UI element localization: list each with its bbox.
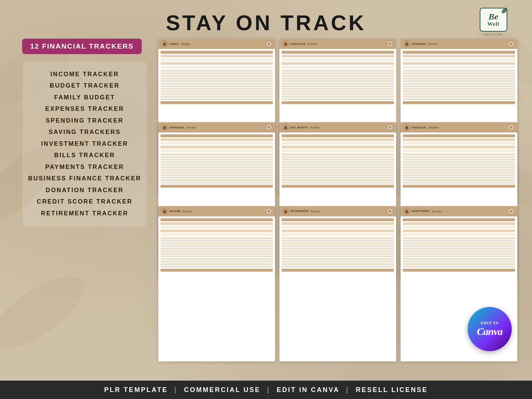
doc-bag-icon — [161, 208, 168, 215]
doc-line — [403, 171, 515, 173]
doc-settings-icon — [387, 40, 393, 47]
doc-line — [282, 72, 394, 74]
tracker-item: INCOME TRACKER — [27, 68, 143, 80]
doc-line — [161, 98, 273, 100]
canva-edit-in-text: EDIT IN — [481, 321, 499, 325]
tracker-item: INVESTMENT TRACKER — [27, 138, 143, 149]
svg-rect-13 — [163, 43, 166, 46]
doc-line — [282, 80, 394, 82]
doc-row-1 — [403, 138, 515, 141]
doc-line — [282, 70, 394, 71]
doc-row-1 — [403, 55, 515, 57]
logo-circle: Be Well — [480, 8, 507, 32]
doc-header: SPENDING Tracker — [158, 122, 275, 133]
doc-line — [403, 72, 515, 74]
doc-accent-row — [282, 218, 394, 221]
doc-row-3 — [282, 230, 394, 232]
doc-line — [282, 156, 394, 158]
doc-accent-row — [161, 51, 273, 54]
doc-line — [161, 163, 273, 165]
doc-line — [403, 237, 515, 239]
doc-line — [161, 169, 273, 170]
doc-line-section — [403, 70, 515, 100]
doc-row-4 — [161, 66, 273, 68]
svg-point-21 — [511, 43, 511, 44]
doc-settings-icon — [508, 40, 514, 47]
doc-line — [282, 95, 394, 97]
doc-settings-icon — [265, 124, 272, 131]
doc-settings-icon — [387, 124, 393, 131]
doc-accent-row — [403, 134, 515, 137]
doc-row-2 — [161, 142, 273, 145]
doc-line — [403, 258, 515, 259]
doc-settings-icon — [265, 208, 272, 215]
doc-cursive: Tracker — [429, 126, 439, 129]
doc-header: RETIREMENT Tracker — [279, 206, 396, 216]
doc-line — [403, 265, 515, 267]
doc-line — [403, 260, 515, 262]
svg-rect-22 — [163, 127, 166, 129]
doc-line — [403, 255, 515, 257]
doc-line — [403, 95, 515, 97]
doc-cursive: Tracker — [428, 42, 438, 46]
doc-row-2 — [282, 59, 394, 61]
doc-line — [161, 255, 273, 257]
doc-line — [282, 98, 394, 100]
doc-line — [161, 237, 273, 239]
doc-line — [282, 171, 394, 173]
doc-line — [403, 247, 515, 249]
doc-line — [403, 179, 515, 181]
doc-row-1 — [282, 222, 394, 225]
doc-line — [403, 90, 515, 92]
doc-line — [282, 253, 394, 254]
canva-logo-text: Canva — [477, 326, 503, 338]
doc-header: NET WORTH Tracker — [279, 122, 396, 133]
tracker-item: RETIREMENT TRACKER — [27, 207, 143, 219]
svg-rect-19 — [405, 43, 408, 46]
doc-bottom-accent — [403, 269, 515, 272]
doc-bag-icon — [161, 124, 168, 131]
doc-line-section — [282, 153, 394, 183]
doc-row-2 — [161, 59, 273, 61]
doc-settings-icon — [265, 40, 272, 47]
doc-row-4 — [403, 66, 515, 68]
doc-line — [403, 176, 515, 178]
footer: PLR TEMPLATE | COMMERCIAL USE | EDIT IN … — [0, 381, 532, 399]
footer-item: RESELL LICENSE — [356, 386, 428, 394]
doc-bag-icon — [161, 40, 168, 47]
tracker-item: DONATION TRACKER — [27, 184, 143, 196]
doc-line — [282, 176, 394, 178]
doc-content — [158, 49, 275, 107]
svg-point-33 — [268, 211, 269, 212]
doc-line — [161, 176, 273, 178]
doc-line — [403, 240, 515, 241]
doc-row-3 — [403, 146, 515, 148]
doc-line — [282, 181, 394, 183]
doc-line — [161, 179, 273, 181]
doc-content — [279, 49, 396, 107]
tracker-item: BUDGET TRACKER — [27, 80, 143, 92]
doc-line — [403, 158, 515, 160]
logo-well: Well — [487, 21, 499, 27]
doc-line — [282, 247, 394, 249]
trackers-list-box: INCOME TRACKERBUDGET TRACKERFAMILY BUDGE… — [22, 61, 147, 228]
doc-accent-row — [161, 134, 273, 137]
doc-bag-icon — [282, 208, 289, 215]
doc-line — [403, 80, 515, 82]
header-area: STAY ON TRACK Be Well DESIGNS — [0, 0, 532, 39]
doc-line — [282, 88, 394, 89]
doc-line — [161, 156, 273, 158]
doc-row-3 — [161, 146, 273, 148]
doc-line — [161, 80, 273, 82]
doc-line — [403, 263, 515, 265]
svg-point-39 — [511, 211, 511, 212]
logo-be: Be — [489, 12, 498, 21]
doc-line — [403, 85, 515, 87]
doc-row-4 — [161, 149, 273, 152]
doc-line — [403, 245, 515, 247]
doc-line — [282, 169, 394, 170]
doc-line — [403, 181, 515, 183]
doc-settings-icon — [508, 124, 514, 131]
document-grid: FAMILY Budget — [158, 39, 517, 289]
doc-line — [282, 166, 394, 168]
